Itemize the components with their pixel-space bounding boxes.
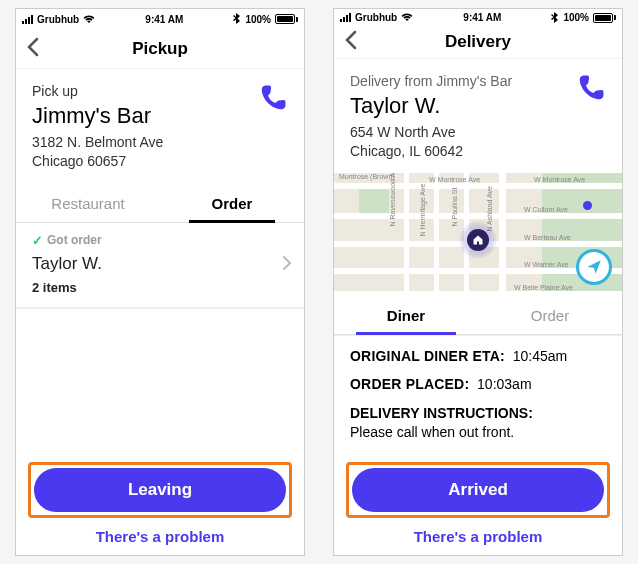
placed-value: 10:03am [477, 376, 531, 392]
got-order-status: ✓ Got order [32, 233, 288, 248]
back-button[interactable] [26, 37, 40, 61]
home-icon [472, 234, 484, 246]
placed-label: ORDER PLACED: [350, 376, 469, 392]
battery-pct: 100% [563, 12, 589, 23]
restaurant-name: Jimmy's Bar [32, 103, 163, 129]
arrived-button[interactable]: Arrived [352, 468, 604, 512]
nav-title: Delivery [445, 32, 511, 52]
cta-label: Leaving [128, 480, 192, 500]
footer: Leaving There's a problem [16, 454, 304, 555]
map-label: N Hermitage Ave [419, 183, 426, 236]
pickup-hero: Pick up Jimmy's Bar 3182 N. Belmont Ave … [16, 69, 304, 183]
cta-highlight: Leaving [28, 462, 292, 518]
diner-name: Taylor W. [350, 93, 512, 119]
wifi-icon [401, 13, 413, 22]
eta-label: ORIGINAL DINER ETA: [350, 348, 505, 364]
address-line2: Chicago, IL 60642 [350, 142, 512, 161]
eta-value: 10:45am [513, 348, 567, 364]
map-location-dot [583, 201, 592, 210]
clock-label: 9:41 AM [145, 14, 183, 25]
signal-icon [340, 13, 351, 22]
leaving-button[interactable]: Leaving [34, 468, 286, 512]
map-label: N Ravenswood Ave [389, 173, 396, 227]
destination-pin [458, 220, 498, 260]
got-order-label: Got order [47, 233, 102, 247]
clock-label: 9:41 AM [463, 12, 501, 23]
tab-restaurant[interactable]: Restaurant [16, 183, 160, 222]
hero-label: Delivery from Jimmy's Bar [350, 73, 512, 89]
hero-label: Pick up [32, 83, 163, 99]
tabs: Restaurant Order [16, 183, 304, 223]
delivery-details: ORIGINAL DINER ETA: 10:45am ORDER PLACED… [334, 335, 622, 454]
signal-icon [22, 15, 33, 24]
map-label: W Montrose Ave [534, 176, 585, 183]
pickup-screen: Grubhub 9:41 AM 100% Pickup Pick up Jimm… [15, 8, 305, 556]
instr-label: DELIVERY INSTRUCTIONS: [350, 405, 533, 421]
map-label: W Montrose Ave [429, 176, 480, 183]
footer: Arrived There's a problem [334, 454, 622, 555]
map-label: W Belle Plaine Ave [514, 284, 573, 291]
bluetooth-icon [551, 12, 559, 24]
battery-icon [275, 14, 298, 24]
carrier-label: Grubhub [37, 14, 79, 25]
check-icon: ✓ [32, 233, 43, 248]
status-bar: Grubhub 9:41 AM 100% [16, 9, 304, 29]
nav-bar: Delivery [334, 26, 622, 59]
tab-diner[interactable]: Diner [334, 295, 478, 334]
map[interactable]: Montrose (Brown) W Montrose Ave W Montro… [334, 173, 622, 296]
chevron-right-icon [282, 255, 292, 275]
carrier-label: Grubhub [355, 12, 397, 23]
order-row[interactable]: ✓ Got order Taylor W. 2 items [16, 223, 304, 308]
address-line2: Chicago 60657 [32, 152, 163, 171]
recenter-button[interactable] [576, 249, 612, 285]
call-button[interactable] [576, 73, 606, 161]
address-line1: 654 W North Ave [350, 123, 512, 142]
cta-highlight: Arrived [346, 462, 610, 518]
map-park [359, 188, 389, 213]
map-label: W Cullom Ave [524, 206, 568, 213]
item-count: 2 items [32, 280, 288, 295]
phone-icon [576, 73, 606, 103]
customer-name: Taylor W. [32, 254, 288, 274]
address-line1: 3182 N. Belmont Ave [32, 133, 163, 152]
delivery-screen: Grubhub 9:41 AM 100% Delivery Delivery f… [333, 8, 623, 556]
back-button[interactable] [344, 30, 358, 54]
nav-title: Pickup [132, 39, 188, 59]
status-bar: Grubhub 9:41 AM 100% [334, 9, 622, 26]
map-label: W Warner Ave [524, 261, 569, 268]
empty-area [16, 308, 304, 454]
problem-link[interactable]: There's a problem [346, 524, 610, 545]
navigate-icon [585, 258, 603, 276]
tabs: Diner Order [334, 295, 622, 335]
map-label: N Paulina St [451, 187, 458, 226]
battery-icon [593, 13, 616, 23]
nav-bar: Pickup [16, 29, 304, 69]
bluetooth-icon [233, 13, 241, 25]
phone-icon [258, 83, 288, 113]
call-button[interactable] [258, 83, 288, 171]
tab-order[interactable]: Order [160, 183, 304, 222]
map-label: Montrose (Brown) [339, 173, 395, 180]
tab-order[interactable]: Order [478, 295, 622, 334]
wifi-icon [83, 15, 95, 24]
cta-label: Arrived [448, 480, 508, 500]
delivery-hero: Delivery from Jimmy's Bar Taylor W. 654 … [334, 59, 622, 173]
instr-text: Please call when out front. [350, 424, 514, 440]
map-label: W Berteau Ave [524, 234, 571, 241]
problem-link[interactable]: There's a problem [28, 524, 292, 545]
battery-pct: 100% [245, 14, 271, 25]
